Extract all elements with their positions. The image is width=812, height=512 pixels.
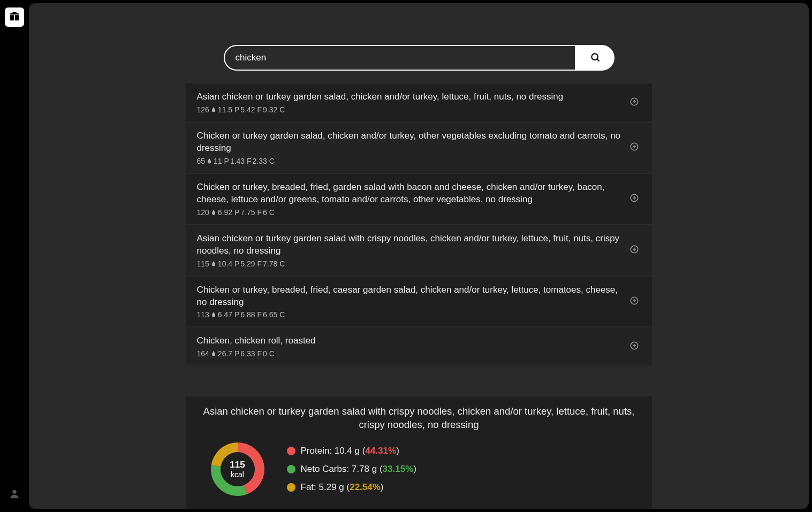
search-icon	[590, 52, 601, 64]
result-macros: 65 11 P 1.43 F 2.33 C	[197, 157, 621, 165]
result-title: Chicken or turkey, breaded, fried, caesa…	[197, 284, 621, 309]
legend-protein-pct: 44.31%	[365, 446, 396, 456]
result-row[interactable]: Chicken or turkey garden salad, chicken …	[186, 123, 652, 173]
legend-carbs-pct: 33.15%	[383, 464, 414, 474]
legend-protein-label: Protein: 10.4 g	[301, 446, 360, 456]
result-carbs: 9.32 C	[263, 105, 285, 114]
result-fat: 6.88 F	[240, 310, 262, 319]
result-macros: 126 11.5 P 5.42 F 9.32 C	[197, 105, 621, 114]
result-carbs: 6.65 C	[263, 310, 285, 319]
result-fat: 7.75 F	[240, 208, 262, 217]
result-macros: 120 6.92 P 7.75 F 6 C	[197, 208, 621, 217]
result-protein: 11.5 P	[218, 105, 239, 114]
result-kcal: 115	[197, 259, 209, 268]
donut-kcal-value: 115	[230, 460, 245, 470]
donut-kcal-unit: kcal	[231, 470, 244, 479]
legend-fat: Fat: 5.29 g (22.54%)	[287, 482, 416, 493]
add-food-button[interactable]	[627, 295, 641, 309]
result-fat: 5.42 F	[240, 105, 262, 114]
results-list[interactable]: Asian chicken or turkey garden salad, ch…	[186, 83, 652, 396]
plus-circle-icon	[629, 193, 639, 204]
result-protein: 26.7 P	[218, 349, 239, 358]
result-row[interactable]: Chicken, chicken roll, roasted164 26.7 P…	[186, 327, 652, 365]
result-carbs: 6 C	[263, 208, 275, 217]
water-drop-icon	[206, 158, 213, 164]
result-row[interactable]: Chicken or turkey, breaded, fried, caesa…	[186, 277, 652, 327]
result-kcal: 65	[197, 157, 206, 165]
result-fat: 5.29 F	[240, 259, 262, 268]
user-icon	[9, 488, 20, 502]
result-kcal: 164	[197, 349, 209, 358]
result-title: Asian chicken or turkey garden salad wit…	[197, 233, 621, 257]
legend-fat-label: Fat: 5.29 g	[301, 482, 344, 492]
legend-carbs: Neto Carbs: 7.78 g (33.15%)	[287, 464, 416, 475]
search-row	[186, 45, 652, 83]
result-carbs: 7.78 C	[263, 259, 285, 268]
result-row[interactable]: Asian chicken or turkey garden salad wit…	[186, 225, 652, 276]
result-carbs: 0 C	[263, 349, 275, 358]
result-title: Chicken or turkey, breaded, fried, garde…	[197, 181, 621, 206]
add-food-button[interactable]	[627, 340, 641, 354]
macro-legend: Protein: 10.4 g (44.31%) Neto Carbs: 7.7…	[287, 446, 416, 493]
plus-circle-icon	[629, 296, 639, 307]
result-macros: 164 26.7 P 6.33 F 0 C	[197, 349, 621, 358]
result-kcal: 126	[197, 105, 209, 114]
add-food-button[interactable]	[627, 243, 641, 257]
result-title: Chicken, chicken roll, roasted	[197, 335, 621, 347]
result-fat: 6.33 F	[240, 349, 262, 358]
macro-donut-chart: 115 kcal	[210, 441, 265, 497]
result-macros: 113 6.47 P 6.88 F 6.65 C	[197, 310, 621, 319]
result-carbs: 2.33 C	[253, 157, 275, 165]
plus-circle-icon	[629, 97, 639, 108]
content: Asian chicken or turkey garden salad, ch…	[186, 3, 652, 509]
water-drop-icon	[210, 106, 217, 113]
dot-protein-icon	[287, 447, 295, 455]
svg-line-2	[597, 59, 599, 61]
result-row[interactable]: Chicken or turkey, breaded, fried, garde…	[186, 174, 652, 224]
package-icon	[9, 10, 20, 24]
water-drop-icon	[210, 350, 217, 357]
search-input[interactable]	[224, 45, 576, 71]
result-protein: 6.47 P	[218, 310, 239, 319]
add-food-button[interactable]	[627, 141, 641, 155]
dot-carbs-icon	[287, 465, 295, 473]
plus-circle-icon	[629, 244, 639, 256]
result-title: Chicken or turkey garden salad, chicken …	[197, 130, 621, 155]
detail-title: Asian chicken or turkey garden salad wit…	[199, 405, 639, 432]
result-protein: 11 P	[214, 157, 229, 165]
add-food-button[interactable]	[627, 95, 641, 109]
sidebar-item-home[interactable]	[5, 7, 24, 27]
sidebar	[0, 0, 29, 512]
water-drop-icon	[210, 261, 217, 267]
dot-fat-icon	[287, 483, 295, 492]
result-protein: 10.4 P	[218, 259, 239, 268]
app-root: Asian chicken or turkey garden salad, ch…	[0, 0, 812, 512]
plus-circle-icon	[629, 142, 639, 153]
legend-carbs-label: Neto Carbs: 7.78 g	[301, 464, 377, 474]
svg-point-0	[12, 490, 16, 494]
search-button[interactable]	[576, 45, 614, 71]
result-fat: 1.43 F	[230, 157, 252, 165]
result-row[interactable]: Asian chicken or turkey garden salad, ch…	[186, 83, 652, 121]
result-kcal: 120	[197, 208, 209, 217]
result-kcal: 113	[197, 310, 209, 319]
sidebar-item-profile[interactable]	[5, 485, 24, 505]
svg-point-1	[591, 54, 598, 60]
water-drop-icon	[210, 209, 217, 216]
water-drop-icon	[210, 311, 217, 318]
main-panel: Asian chicken or turkey garden salad, ch…	[29, 3, 809, 509]
add-food-button[interactable]	[627, 192, 641, 206]
result-title: Asian chicken or turkey garden salad, ch…	[197, 91, 621, 103]
result-protein: 6.92 P	[218, 208, 239, 217]
food-detail-panel: Asian chicken or turkey garden salad wit…	[186, 396, 652, 509]
legend-fat-pct: 22.54%	[350, 482, 381, 492]
plus-circle-icon	[629, 341, 639, 352]
legend-protein: Protein: 10.4 g (44.31%)	[287, 446, 416, 456]
result-macros: 115 10.4 P 5.29 F 7.78 C	[197, 259, 621, 268]
